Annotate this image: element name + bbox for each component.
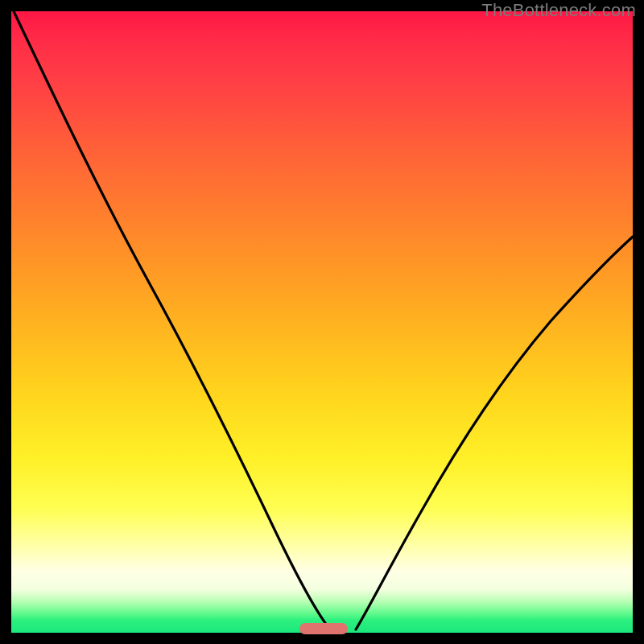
watermark-text: TheBottleneck.com	[481, 0, 636, 21]
optimal-range-marker	[299, 623, 348, 634]
curve-left-branch	[14, 11, 330, 630]
bottleneck-curve	[11, 11, 633, 633]
chart-frame: TheBottleneck.com	[0, 0, 644, 644]
curve-right-branch	[356, 237, 633, 630]
